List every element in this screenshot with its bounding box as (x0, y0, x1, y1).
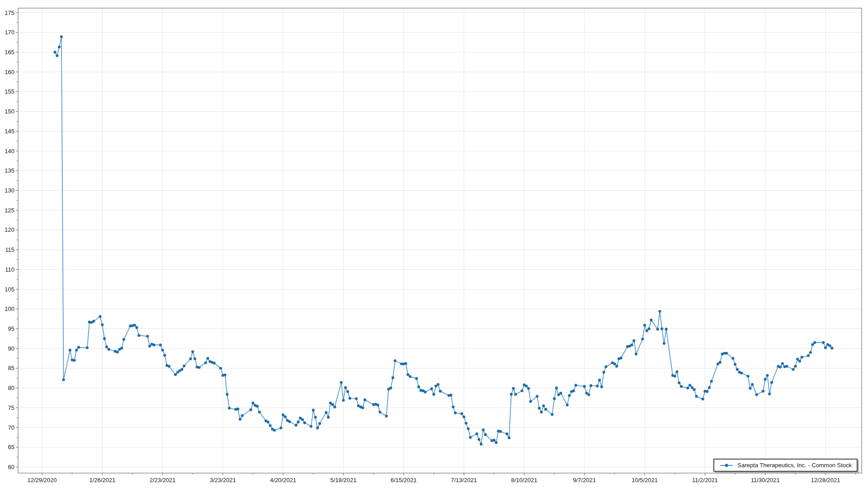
x-tick-label: 12/28/2021 (811, 477, 840, 483)
data-point (288, 420, 291, 423)
data-point (680, 385, 683, 388)
data-point (361, 406, 364, 409)
data-point (191, 350, 194, 353)
data-point (363, 399, 366, 401)
data-point (824, 346, 827, 349)
data-point (514, 393, 517, 396)
y-tick-label: 150 (5, 108, 14, 115)
data-point (529, 400, 532, 403)
legend-line-marker-icon (720, 463, 733, 468)
data-point (572, 389, 575, 392)
data-point (228, 407, 231, 409)
data-point (525, 385, 528, 387)
data-point (725, 352, 728, 355)
stock-chart-window: 6065707580859095100105110115120125130135… (0, 0, 868, 488)
data-point (540, 411, 542, 413)
data-point (193, 357, 196, 360)
data-point (316, 427, 319, 429)
data-point (312, 409, 315, 412)
data-point (314, 416, 317, 418)
y-tick-label: 100 (5, 305, 14, 312)
data-point (544, 408, 547, 411)
data-point (269, 424, 272, 427)
data-point (462, 415, 465, 418)
data-point (719, 361, 722, 364)
data-point (553, 397, 556, 400)
data-point (344, 386, 347, 389)
data-point (495, 441, 497, 444)
data-point (107, 348, 110, 351)
data-point (146, 335, 149, 338)
data-point (116, 351, 119, 353)
data-point (56, 54, 58, 57)
data-point (830, 347, 833, 349)
data-point (406, 373, 409, 376)
data-point (505, 432, 508, 435)
data-point (236, 408, 239, 410)
data-point (465, 422, 467, 424)
data-point (159, 343, 162, 346)
data-point (510, 393, 513, 396)
data-point (710, 380, 713, 383)
data-point (123, 338, 125, 341)
y-tick-label: 90 (8, 345, 14, 352)
data-point (632, 339, 635, 342)
data-point (101, 324, 104, 326)
data-point (137, 334, 140, 337)
data-point (613, 362, 616, 365)
data-point (99, 315, 101, 318)
data-point (103, 337, 106, 340)
data-point (449, 394, 452, 396)
data-point (766, 374, 769, 377)
data-point (678, 381, 680, 384)
data-point (224, 374, 226, 376)
data-point (135, 326, 138, 329)
series-price-line (53, 35, 833, 446)
data-point (630, 343, 633, 346)
y-tick-label: 105 (5, 286, 14, 293)
data-point (180, 368, 183, 371)
x-tick-label: 1/26/2021 (89, 477, 115, 483)
plot-border (18, 8, 862, 473)
data-point (183, 365, 185, 367)
data-point (542, 404, 545, 407)
x-tick-label: 12/29/2020 (27, 477, 57, 483)
data-point (693, 388, 695, 391)
data-point (69, 349, 71, 352)
data-point (258, 411, 261, 413)
data-point (785, 365, 788, 368)
data-point (161, 349, 164, 352)
data-point (385, 415, 388, 418)
data-point (828, 344, 831, 347)
data-point (635, 352, 637, 355)
data-point (695, 395, 698, 398)
data-point (318, 422, 321, 425)
data-point (792, 368, 794, 371)
y-tick-label: 125 (5, 207, 14, 214)
legend-dot (725, 464, 728, 467)
x-tick-label: 10/5/2021 (632, 477, 658, 483)
data-point (527, 387, 530, 389)
data-point (53, 51, 56, 53)
data-point (168, 365, 170, 368)
data-point (405, 362, 407, 365)
data-point (768, 393, 771, 395)
data-point (62, 378, 65, 381)
data-point (656, 328, 659, 330)
data-point (476, 432, 478, 435)
data-point (604, 365, 607, 368)
y-tick-label: 85 (8, 365, 14, 371)
y-tick-label: 175 (5, 9, 14, 16)
data-point (755, 393, 758, 396)
data-point (708, 386, 711, 389)
data-point (430, 387, 433, 390)
data-point (77, 346, 80, 349)
data-point (675, 371, 678, 373)
data-point (297, 421, 299, 423)
data-point (424, 390, 426, 393)
data-point (58, 46, 61, 48)
data-point (452, 406, 454, 408)
data-point (521, 389, 524, 392)
data-point (241, 414, 244, 417)
data-point (674, 375, 676, 377)
